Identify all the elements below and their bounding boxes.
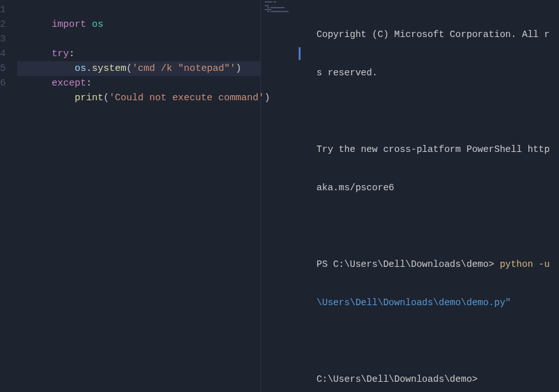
minimap-content — [265, 1, 295, 13]
code-editor[interactable]: import os try: os.system('cmd /k "notepa… — [17, 0, 270, 392]
pane-splitter[interactable] — [299, 0, 301, 392]
object-os: os — [75, 63, 86, 74]
minimap[interactable] — [260, 0, 299, 392]
keyword-try: try — [52, 49, 69, 59]
keyword-import: import — [52, 19, 86, 30]
terminal-command: python -u — [500, 259, 549, 269]
line-number: 2 — [0, 17, 17, 32]
line-number: 6 — [0, 76, 17, 91]
terminal-output: s reserved. — [317, 66, 559, 79]
code-line[interactable]: try: — [17, 32, 270, 47]
terminal-pane[interactable]: Copyright (C) Microsoft Corporation. All… — [301, 0, 559, 392]
terminal-output: aka.ms/pscore6 — [317, 181, 559, 194]
string-literal: 'cmd /k "notepad"' — [132, 63, 235, 74]
terminal-prompt: PS C:\Users\Dell\Downloads\demo> — [317, 259, 500, 269]
string-literal: 'Could not execute command' — [109, 93, 264, 103]
terminal-command-arg: \Users\Dell\Downloads\demo\demo.py" — [317, 296, 559, 309]
terminal-prompt: C:\Users\Dell\Downloads\demo> — [317, 373, 559, 386]
line-number: 1 — [0, 3, 17, 17]
builtin-print: print — [75, 93, 103, 103]
editor-pane: 1 2 3 4 5 6 import os try: os.system('cm… — [0, 0, 260, 392]
line-number: 3 — [0, 32, 17, 47]
line-number-gutter: 1 2 3 4 5 6 — [0, 0, 17, 392]
line-number: 4 — [0, 47, 17, 61]
terminal-output: Copyright (C) Microsoft Corporation. All… — [317, 28, 559, 41]
terminal-output: Try the new cross-platform PowerShell ht… — [317, 143, 559, 156]
method-system: system — [92, 63, 126, 74]
keyword-except: except — [52, 78, 86, 89]
module-os: os — [92, 19, 103, 30]
terminal-prompt-line: PS C:\Users\Dell\Downloads\demo> python … — [317, 258, 559, 271]
code-line[interactable]: import os — [17, 3, 270, 17]
line-number: 5 — [0, 61, 17, 76]
